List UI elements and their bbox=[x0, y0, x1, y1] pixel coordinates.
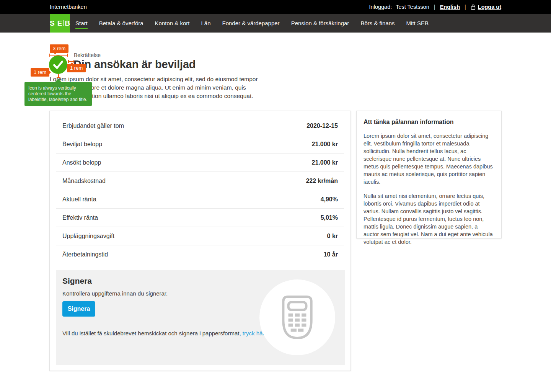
logo-divider bbox=[63, 20, 64, 26]
row-value: 21.000 kr bbox=[311, 159, 338, 166]
design-note-tooltip: Icon is always vertically centered towar… bbox=[24, 82, 92, 106]
arrow-right-icon bbox=[49, 70, 53, 74]
nav-item-pension-forsakringar[interactable]: Pension & försäkringar bbox=[291, 18, 349, 29]
table-row: Ansökt belopp 21.000 kr bbox=[56, 154, 344, 172]
table-row: Effektiv ränta 5,01% bbox=[56, 209, 344, 227]
sign-button[interactable]: Signera bbox=[62, 301, 95, 317]
row-value: 4,90% bbox=[321, 196, 338, 203]
table-row: Aktuell ränta 4,90% bbox=[56, 190, 344, 209]
row-label: Erbjudandet gäller tom bbox=[62, 122, 124, 129]
logout-link-label[interactable]: Logga ut bbox=[478, 4, 501, 10]
nav-item-mitt-seb[interactable]: Mitt SEB bbox=[406, 18, 429, 29]
topbar-session-area: Inloggad: Test Testsson | English | Logg… bbox=[369, 4, 501, 10]
design-note-text: Icon is always vertically centered towar… bbox=[28, 85, 87, 102]
nav-items: Start Betala & överföra Konton & kort Lå… bbox=[75, 14, 429, 33]
logged-in-user: Test Testsson bbox=[396, 4, 429, 10]
lock-icon bbox=[471, 4, 476, 10]
table-row: Beviljat belopp 21.000 kr bbox=[56, 135, 344, 154]
nav-item-bors-finans[interactable]: Börs & finans bbox=[360, 18, 395, 29]
table-row: Erbjudandet gäller tom 2020-12-15 bbox=[56, 117, 344, 135]
logo-letter: B bbox=[65, 19, 70, 28]
paper-option-text-before: Vill du istället få skuldebrevet hemskic… bbox=[62, 330, 243, 336]
logo-letter: E bbox=[57, 19, 62, 28]
measurement-line-horizontal-3rem bbox=[49, 55, 68, 56]
nav-item-konton-kort[interactable]: Konton & kort bbox=[155, 18, 190, 29]
loan-details-card: Erbjudandet gäller tom 2020-12-15 Bevilj… bbox=[49, 111, 351, 371]
arrow-up-icon bbox=[70, 60, 74, 64]
sign-section: Signera Kontrollera uppgifterna innan du… bbox=[56, 270, 345, 365]
nav-item-fonder-vardepapper[interactable]: Fonder & värdepapper bbox=[222, 18, 280, 29]
row-value: 2020-12-15 bbox=[306, 122, 338, 129]
row-label: Uppläggningsavgift bbox=[62, 233, 114, 240]
row-value: 10 år bbox=[324, 251, 338, 258]
seb-logo[interactable]: S E B bbox=[50, 14, 70, 33]
row-value: 222 kr/mån bbox=[306, 178, 338, 185]
table-row: Återbetalningstid 10 år bbox=[56, 245, 344, 264]
app-title: Internetbanken bbox=[50, 4, 87, 10]
logout-button[interactable]: Logga ut bbox=[471, 4, 501, 10]
info-paragraph: Lorem ipsum dolor sit amet, consectetur … bbox=[364, 132, 494, 186]
card-reader-icon bbox=[282, 296, 313, 339]
nav-item-betala-overfora[interactable]: Betala & överföra bbox=[99, 18, 143, 29]
row-label: Aktuell ränta bbox=[62, 196, 96, 203]
logged-in-label: Inloggad: bbox=[369, 4, 392, 10]
row-value: 21.000 kr bbox=[311, 141, 338, 148]
language-link[interactable]: English bbox=[440, 4, 460, 10]
arrow-down-icon bbox=[53, 52, 57, 56]
nav-item-lan[interactable]: Lån bbox=[201, 18, 210, 29]
page-title: Din ansökan är beviljad bbox=[73, 58, 196, 71]
info-panel-title: Att tänka på/annan information bbox=[364, 119, 494, 126]
paper-option-link[interactable]: tryck här bbox=[243, 330, 264, 336]
info-paragraph: Nulla sit amet nisi elementum, ornare le… bbox=[364, 192, 494, 246]
main-navigation: S E B Start Betala & överföra Konton & k… bbox=[0, 14, 551, 33]
row-label: Beviljat belopp bbox=[62, 141, 102, 148]
row-label: Effektiv ränta bbox=[62, 214, 98, 221]
separator: | bbox=[433, 4, 436, 10]
sign-instruction: Kontrollera uppgifterna innan du signera… bbox=[62, 290, 168, 297]
spacing-annotation-top: 3 rem bbox=[50, 44, 68, 53]
table-row: Uppläggningsavgift 0 kr bbox=[56, 227, 344, 245]
paper-option-text: Vill du istället få skuldebrevet hemskic… bbox=[62, 330, 266, 336]
topbar: Internetbanken Inloggad: Test Testsson |… bbox=[0, 0, 551, 14]
sign-section-title: Signera bbox=[62, 276, 92, 286]
spacing-annotation-left: 1 rem bbox=[31, 68, 49, 77]
row-value: 0 kr bbox=[327, 233, 338, 240]
card-reader-illustration bbox=[259, 279, 335, 355]
nav-item-start[interactable]: Start bbox=[75, 18, 88, 29]
logo-letter: S bbox=[50, 19, 55, 28]
measurement-line-vertical bbox=[58, 74, 59, 78]
separator: | bbox=[464, 4, 467, 10]
breadcrumb-step-label: Bekräftelse bbox=[74, 52, 101, 58]
info-panel: Att tänka på/annan information Lorem ips… bbox=[356, 111, 502, 238]
arrow-up-icon bbox=[55, 79, 61, 82]
table-row: Månadskostnad 222 kr/mån bbox=[56, 172, 344, 190]
spacing-annotation-right: 1 rem bbox=[67, 64, 86, 72]
logo-divider bbox=[56, 20, 56, 26]
row-value: 5,01% bbox=[321, 214, 338, 221]
row-label: Ansökt belopp bbox=[62, 159, 101, 166]
row-label: Återbetalningstid bbox=[62, 251, 108, 258]
row-label: Månadskostnad bbox=[62, 178, 106, 185]
loan-details-table: Erbjudandet gäller tom 2020-12-15 Bevilj… bbox=[56, 111, 344, 264]
